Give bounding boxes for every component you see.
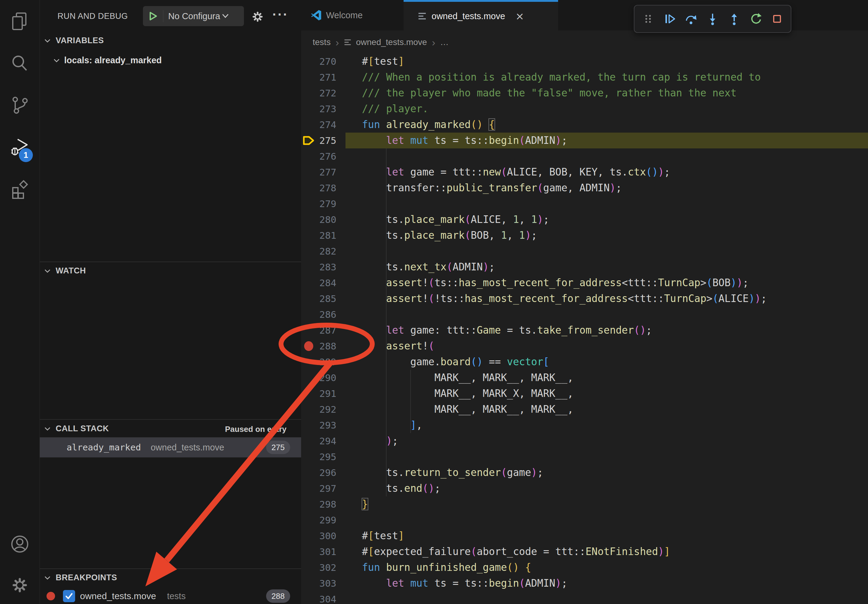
breadcrumb-tests[interactable]: tests <box>313 37 330 47</box>
code-line[interactable]: 296 ts.return_to_sender(game); <box>301 465 868 480</box>
call-stack-frame-row[interactable]: already_marked owned_tests.move 275 <box>40 437 301 457</box>
restart-icon[interactable] <box>748 11 764 27</box>
more-actions-icon[interactable]: ··· <box>270 7 291 25</box>
line-number[interactable]: 280 <box>301 212 336 228</box>
code-line[interactable]: 286 <box>301 307 868 322</box>
code-line[interactable]: 270#[test] <box>301 54 868 69</box>
code-line[interactable]: 293 ], <box>301 417 868 433</box>
line-number[interactable]: 304 <box>301 591 336 604</box>
code-line[interactable]: 273/// player. <box>301 101 868 117</box>
code-line[interactable]: 300#[test] <box>301 528 868 544</box>
line-number[interactable]: 273 <box>301 101 336 117</box>
line-number[interactable]: 276 <box>301 149 336 164</box>
debug-config-dropdown[interactable]: No Configura <box>143 6 244 26</box>
settings-gear-icon[interactable] <box>10 575 29 595</box>
code-line[interactable]: 288 assert!( <box>301 338 868 354</box>
line-number[interactable]: 300 <box>301 528 336 544</box>
line-number[interactable]: 284 <box>301 275 336 291</box>
line-number[interactable]: 296 <box>301 465 336 480</box>
code-line[interactable]: 287 let game: ttt::Game = ts.take_from_s… <box>301 322 868 338</box>
breakpoint-checkbox[interactable] <box>63 590 75 602</box>
line-number[interactable]: 283 <box>301 259 336 275</box>
variables-section-header[interactable]: VARIABLES <box>43 36 104 45</box>
code-line[interactable]: 292 MARK__, MARK__, MARK__, <box>301 401 868 417</box>
debug-settings-gear-icon[interactable] <box>251 10 264 23</box>
line-number[interactable]: 298 <box>301 496 336 512</box>
line-number[interactable]: 291 <box>301 386 336 401</box>
continue-icon[interactable] <box>662 11 677 27</box>
code-line[interactable]: 280 ts.place_mark(ALICE, 1, 1); <box>301 212 868 228</box>
tab-owned-tests-move[interactable]: owned_tests.move × <box>404 0 558 30</box>
start-debug-button[interactable] <box>143 10 163 22</box>
line-number[interactable]: 301 <box>301 544 336 560</box>
line-number[interactable]: 286 <box>301 307 336 322</box>
code-line[interactable]: 289 game.board() == vector[ <box>301 354 868 370</box>
code-line[interactable]: 276 <box>301 149 868 164</box>
line-number[interactable]: 278 <box>301 180 336 196</box>
line-number[interactable]: 294 <box>301 433 336 449</box>
line-number[interactable]: 272 <box>301 85 336 101</box>
code-line[interactable]: 284 assert!(ts::has_most_recent_for_addr… <box>301 275 868 291</box>
call-stack-section-header[interactable]: CALL STACK Paused on entry <box>43 424 298 434</box>
extensions-icon[interactable] <box>10 180 29 200</box>
code-line[interactable]: 275 let mut ts = ts::begin(ADMIN); <box>301 133 868 149</box>
breakpoint-list-item[interactable]: owned_tests.move tests 288 <box>40 588 301 604</box>
code-line[interactable]: 295 <box>301 449 868 465</box>
line-number[interactable]: 287 <box>301 322 336 338</box>
source-control-icon[interactable] <box>10 96 29 115</box>
line-number[interactable]: 282 <box>301 243 336 259</box>
code-line[interactable]: 274fun already_marked() { <box>301 117 868 133</box>
code-line[interactable]: 304 <box>301 591 868 604</box>
stop-icon[interactable] <box>769 11 785 27</box>
breadcrumb-file[interactable]: owned_tests.move <box>356 37 427 47</box>
line-number[interactable]: 290 <box>301 370 336 386</box>
code-line[interactable]: 282 <box>301 243 868 259</box>
line-number[interactable]: 293 <box>301 417 336 433</box>
breakpoints-section-header[interactable]: BREAKPOINTS <box>43 573 117 582</box>
locals-tree-item[interactable]: locals: already_marked <box>53 55 162 65</box>
code-line[interactable]: 302fun burn_unfinished_game() { <box>301 560 868 575</box>
drag-handle-icon[interactable] <box>640 11 656 27</box>
line-number[interactable]: 295 <box>301 449 336 465</box>
line-number[interactable]: 274 <box>301 117 336 133</box>
code-line[interactable]: 281 ts.place_mark(BOB, 1, 1); <box>301 228 868 243</box>
line-number[interactable]: 302 <box>301 560 336 575</box>
line-number[interactable]: 285 <box>301 291 336 307</box>
account-icon[interactable] <box>10 534 29 554</box>
line-number[interactable]: 292 <box>301 401 336 417</box>
watch-section-header[interactable]: WATCH <box>43 266 86 276</box>
breakpoint-dot-icon[interactable] <box>304 341 313 351</box>
explorer-icon[interactable] <box>10 12 29 31</box>
line-number[interactable]: 299 <box>301 512 336 528</box>
code-line[interactable]: 290 MARK__, MARK__, MARK__, <box>301 370 868 386</box>
code-line[interactable]: 272/// the player who made the "false" m… <box>301 85 868 101</box>
search-icon[interactable] <box>10 54 29 73</box>
line-number[interactable]: 271 <box>301 69 336 85</box>
code-line[interactable]: 303 let mut ts = ts::begin(ADMIN); <box>301 575 868 591</box>
code-line[interactable]: 278 transfer::public_transfer(game, ADMI… <box>301 180 868 196</box>
step-over-icon[interactable] <box>683 11 699 27</box>
line-number[interactable]: 297 <box>301 480 336 496</box>
breadcrumb-more[interactable]: … <box>440 37 449 47</box>
code-line[interactable]: 279 <box>301 196 868 212</box>
code-line[interactable]: 277 let game = ttt::new(ALICE, BOB, KEY,… <box>301 164 868 180</box>
line-number[interactable]: 279 <box>301 196 336 212</box>
code-line[interactable]: 299 <box>301 512 868 528</box>
line-number[interactable]: 281 <box>301 228 336 243</box>
code-line[interactable]: 285 assert!(!ts::has_most_recent_for_add… <box>301 291 868 307</box>
close-icon[interactable]: × <box>516 10 524 22</box>
step-into-icon[interactable] <box>705 11 721 27</box>
line-number[interactable]: 289 <box>301 354 336 370</box>
code-line[interactable]: 297 ts.end(); <box>301 480 868 496</box>
tab-welcome[interactable]: Welcome <box>302 0 404 30</box>
code-line[interactable]: 291 MARK__, MARK_X, MARK__, <box>301 386 868 401</box>
code-line[interactable]: 271/// When a position is already marked… <box>301 69 868 85</box>
code-line[interactable]: 283 ts.next_tx(ADMIN); <box>301 259 868 275</box>
code-line[interactable]: 294 ); <box>301 433 868 449</box>
code-line[interactable]: 298} <box>301 496 868 512</box>
step-out-icon[interactable] <box>726 11 742 27</box>
line-number[interactable]: 270 <box>301 54 336 69</box>
line-number[interactable]: 277 <box>301 164 336 180</box>
line-number[interactable]: 303 <box>301 575 336 591</box>
code-line[interactable]: 301#[expected_failure(abort_code = ttt::… <box>301 544 868 560</box>
